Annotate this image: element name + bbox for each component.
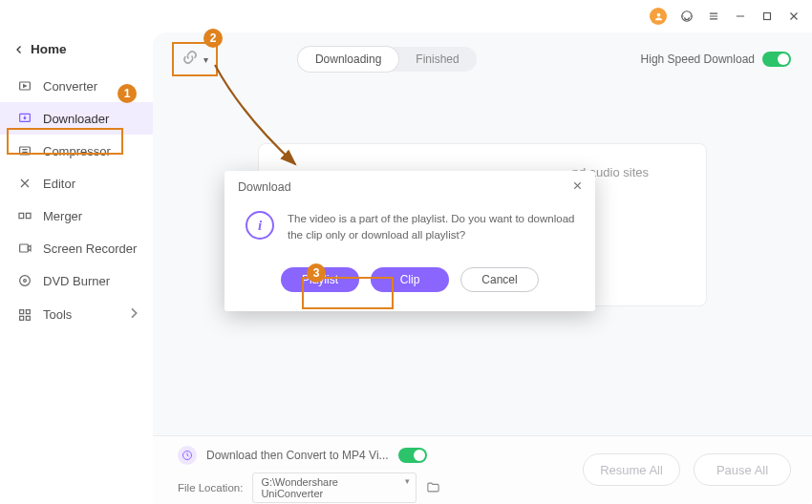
minimize-icon[interactable] (734, 10, 747, 23)
status-tabs: Downloading Finished (298, 47, 477, 72)
tab-downloading[interactable]: Downloading (298, 47, 398, 72)
svg-point-0 (656, 12, 660, 16)
hsd-label: High Speed Download (641, 52, 755, 66)
svg-rect-7 (26, 213, 31, 218)
downloader-icon (17, 111, 32, 126)
sidebar-item-dvd-burner[interactable]: DVD Burner (0, 264, 153, 297)
callout-3: 3 (307, 263, 326, 283)
svg-point-9 (20, 276, 31, 286)
svg-rect-8 (20, 244, 29, 252)
support-icon[interactable] (680, 10, 694, 23)
svg-rect-14 (26, 316, 30, 320)
callout-2: 2 (203, 29, 223, 48)
close-icon[interactable] (787, 10, 801, 23)
file-location-select[interactable]: G:\Wondershare UniConverter (252, 472, 417, 503)
file-location-label: File Location: (178, 482, 243, 494)
sidebar-item-editor[interactable]: Editor (0, 167, 153, 200)
svg-rect-13 (20, 316, 24, 320)
open-folder-icon[interactable] (426, 480, 440, 496)
sidebar-item-screen-recorder[interactable]: Screen Recorder (0, 232, 153, 264)
convert-toggle[interactable] (398, 448, 427, 463)
user-avatar[interactable] (650, 8, 667, 25)
cancel-button[interactable]: Cancel (460, 267, 539, 292)
home-back[interactable]: Home (0, 36, 153, 70)
editor-icon (17, 176, 32, 191)
convert-label: Download then Convert to MP4 Vi... (206, 449, 389, 462)
clock-icon (178, 446, 197, 465)
merger-icon (17, 208, 32, 223)
sidebar-item-merger[interactable]: Merger (0, 200, 153, 232)
maximize-icon[interactable] (760, 10, 774, 23)
dvd-icon (17, 273, 32, 288)
svg-rect-11 (20, 309, 24, 313)
info-icon: i (246, 211, 274, 240)
download-dialog: Download i The video is a part of the pl… (224, 171, 595, 311)
chevron-right-icon (126, 305, 141, 324)
svg-rect-2 (764, 13, 771, 20)
home-label: Home (31, 42, 67, 56)
dialog-close-button[interactable] (571, 179, 584, 195)
svg-point-10 (24, 280, 27, 283)
recorder-icon (17, 241, 32, 256)
tools-icon (17, 307, 32, 323)
svg-rect-6 (19, 213, 24, 218)
menu-icon[interactable] (707, 10, 720, 23)
converter-icon (17, 78, 32, 94)
dialog-message: The video is a part of the playlist. Do … (288, 211, 578, 244)
callout-1: 1 (118, 84, 137, 103)
resume-all-button[interactable]: Resume All (583, 453, 680, 486)
high-speed-toggle[interactable] (762, 52, 791, 67)
pause-all-button[interactable]: Pause All (694, 453, 791, 486)
annotation-box-1 (7, 128, 123, 155)
dialog-title: Download (238, 180, 291, 194)
paste-url-button[interactable]: ▾ (174, 44, 216, 74)
svg-rect-12 (26, 309, 30, 313)
sidebar-item-tools[interactable]: Tools (0, 297, 153, 332)
tab-finished[interactable]: Finished (398, 47, 476, 72)
